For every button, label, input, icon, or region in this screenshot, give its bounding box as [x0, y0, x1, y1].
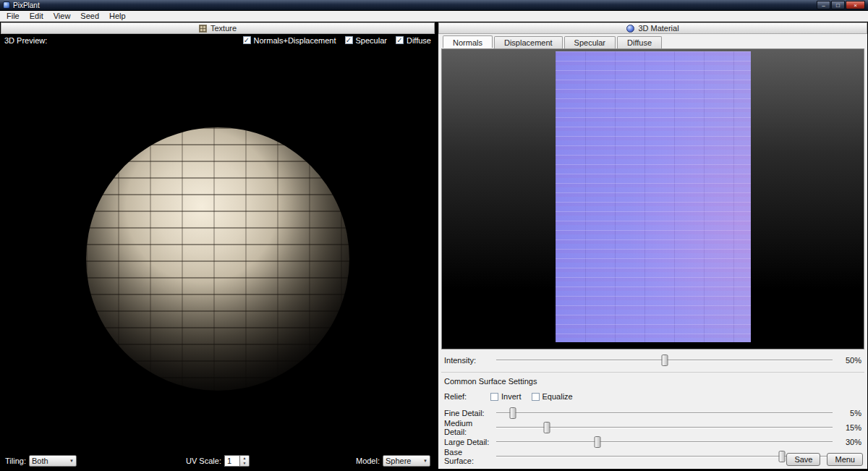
tiling-dropdown[interactable]: Both ▼ [29, 455, 77, 467]
minimize-button[interactable]: – [817, 1, 830, 9]
slider-thumb[interactable] [661, 355, 668, 366]
tab-specular[interactable]: Specular [564, 36, 616, 48]
normal-map-area [441, 48, 864, 349]
large-detail-row: Large Detail: 30% [438, 435, 867, 449]
preview-label: 3D Preview: [4, 36, 243, 45]
base-surface-label: Base Surface: [444, 448, 490, 465]
window-title: PixPlant [13, 1, 817, 9]
preview-toprow: 3D Preview: ✓ Normals+Displacement ✓ Spe… [1, 34, 435, 46]
fine-detail-row: Fine Detail: 5% [438, 406, 867, 420]
titlebar: PixPlant – □ × [0, 0, 868, 11]
menu-edit[interactable]: Edit [25, 11, 48, 21]
menubar: File Edit View Seed Help [0, 11, 868, 22]
spin-up-icon[interactable]: ▲ [240, 456, 249, 461]
checkbox-label: Specular [356, 36, 387, 45]
preview-footer: Tiling: Both ▼ UV Scale: 1 ▲ ▼ Model: [1, 453, 435, 469]
checkbox-box: ✓ [345, 36, 353, 44]
spin-down-icon[interactable]: ▼ [240, 461, 249, 466]
checkbox-label: Equalize [542, 392, 573, 401]
texture-panel: Texture 3D Preview: ✓ Normals+Displaceme… [1, 22, 435, 469]
relief-row: Relief: ✓ Invert ✓ Equalize [438, 390, 867, 403]
chevron-down-icon: ▼ [423, 459, 427, 463]
medium-detail-slider[interactable] [496, 422, 833, 433]
slider-thumb[interactable] [594, 436, 600, 448]
divider [441, 372, 864, 373]
preview-canvas[interactable] [1, 46, 435, 453]
surface-settings-title: Common Surface Settings [438, 375, 867, 390]
save-button[interactable]: Save [786, 453, 820, 466]
checkbox-box: ✓ [243, 36, 251, 44]
menu-file[interactable]: File [1, 11, 25, 21]
caption-buttons: – □ × [817, 1, 865, 9]
checkbox-label: Normals+Displacement [254, 36, 336, 45]
tiling-value: Both [32, 457, 48, 465]
slider-track [496, 441, 833, 443]
texture-icon [199, 25, 207, 33]
maximize-button[interactable]: □ [831, 1, 845, 9]
intensity-row: Intensity: 50% [438, 353, 867, 368]
menu-view[interactable]: View [48, 11, 76, 21]
large-detail-slider[interactable] [496, 436, 833, 448]
fine-detail-value: 5% [838, 409, 861, 417]
material-icon [626, 25, 634, 33]
uv-scale-value[interactable]: 1 [224, 455, 240, 467]
menu-help[interactable]: Help [104, 11, 131, 21]
checkbox-label: Invert [501, 392, 522, 401]
material-panel: 3D Material Normals Displacement Specula… [438, 22, 867, 469]
checkbox-label: Diffuse [407, 36, 431, 45]
intensity-label: Intensity: [444, 356, 490, 365]
model-dropdown[interactable]: Sphere ▼ [383, 455, 430, 467]
checkbox-equalize[interactable]: ✓ Equalize [532, 392, 573, 401]
chevron-down-icon: ▼ [69, 459, 74, 463]
relief-label: Relief: [444, 392, 490, 401]
slider-track [496, 412, 833, 414]
uv-scale-label: UV Scale: [186, 457, 221, 465]
tab-displacement[interactable]: Displacement [494, 36, 563, 48]
tab-diffuse[interactable]: Diffuse [617, 36, 662, 48]
checkbox-invert[interactable]: ✓ Invert [490, 392, 522, 401]
normal-map-image[interactable] [556, 51, 751, 342]
material-header: 3D Material [438, 22, 867, 34]
uv-scale-stepper[interactable]: 1 ▲ ▼ [224, 455, 250, 467]
main-area: Texture 3D Preview: ✓ Normals+Displaceme… [0, 22, 868, 471]
menu-seed[interactable]: Seed [75, 11, 104, 21]
fine-detail-label: Fine Detail: [444, 409, 490, 417]
material-tabs: Normals Displacement Specular Diffuse [438, 34, 867, 48]
checkbox-diffuse[interactable]: ✓ Diffuse [396, 36, 431, 45]
preview-sphere[interactable] [86, 127, 349, 391]
checkbox-box: ✓ [532, 393, 540, 401]
checkbox-specular[interactable]: ✓ Specular [345, 36, 387, 45]
intensity-value: 50% [838, 356, 861, 365]
preview-checkboxes: ✓ Normals+Displacement ✓ Specular ✓ Diff… [243, 36, 431, 45]
checkbox-box: ✓ [396, 36, 404, 44]
tiling-label: Tiling: [5, 457, 26, 465]
medium-detail-row: Medium Detail: 15% [438, 420, 867, 435]
tab-normals[interactable]: Normals [443, 35, 493, 48]
texture-header[interactable]: Texture [1, 22, 435, 34]
medium-detail-value: 15% [838, 423, 861, 432]
large-detail-value: 30% [838, 438, 861, 446]
large-detail-label: Large Detail: [444, 438, 490, 446]
material-header-label: 3D Material [638, 24, 678, 33]
texture-header-label: Texture [210, 24, 237, 33]
slider-thumb[interactable] [543, 422, 550, 433]
app-icon [3, 1, 10, 9]
slider-thumb[interactable] [779, 451, 786, 462]
checkbox-normals-displacement[interactable]: ✓ Normals+Displacement [243, 36, 336, 45]
close-button[interactable]: × [846, 1, 865, 9]
base-surface-slider[interactable] [496, 451, 833, 462]
uv-scale-arrows[interactable]: ▲ ▼ [240, 455, 250, 467]
checkbox-box: ✓ [490, 393, 498, 401]
slider-thumb[interactable] [510, 407, 516, 419]
medium-detail-label: Medium Detail: [444, 419, 490, 436]
model-value: Sphere [386, 457, 411, 465]
material-footer: Save Menu [786, 453, 863, 466]
menu-button[interactable]: Menu [827, 453, 863, 466]
intensity-slider[interactable] [496, 355, 833, 366]
model-label: Model: [356, 457, 380, 465]
fine-detail-slider[interactable] [496, 407, 833, 419]
